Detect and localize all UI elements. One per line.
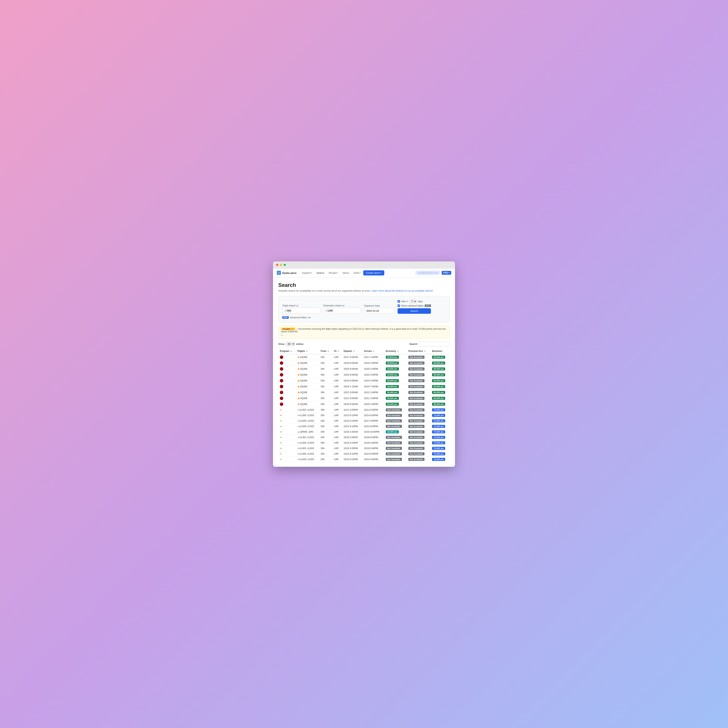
table-row[interactable]: ✂ ✈UL303, UL503 SIN LHR 10/18 3:55PM 10/… xyxy=(278,445,450,451)
cell-economy[interactable]: Not Available xyxy=(384,434,407,440)
cell-premium[interactable]: Not Available xyxy=(407,366,431,372)
cell-premium[interactable]: Not Available xyxy=(407,434,431,440)
date-input[interactable] xyxy=(364,308,395,314)
table-row[interactable]: 🔥SQ308 SIN LHR 10/23 9:00AM 10/23 3:40PM… xyxy=(278,372,450,378)
show-flights-checkbox[interactable] xyxy=(398,304,400,307)
table-row[interactable]: 🔥SQ308 SIN LHR 10/21 9:00AM 10/21 3:40PM… xyxy=(278,389,450,395)
cell-premium[interactable]: Not Available xyxy=(407,457,431,462)
cell-economy[interactable]: 50,000 pts xyxy=(384,360,407,366)
cell-premium[interactable]: Not Available xyxy=(407,354,431,360)
example-search-link[interactable]: run an example search! xyxy=(407,289,433,292)
cell-premium[interactable]: Not Available xyxy=(407,360,431,366)
nav-search[interactable]: Search xyxy=(315,271,326,275)
cell-economy[interactable]: 50,000 pts xyxy=(384,354,407,360)
cell-economy[interactable]: 50,000 pts xyxy=(384,378,407,384)
add-days-checkbox[interactable] xyxy=(398,300,400,303)
table-row[interactable]: 🔥SQ308 SIN LHR 10/20 9:00AM 10/20 3:40PM… xyxy=(278,401,450,407)
col-economy[interactable]: Economy ⇅ xyxy=(384,348,407,354)
cell-economy[interactable]: 35,000 pts xyxy=(384,429,407,434)
maximize-button[interactable] xyxy=(284,264,286,266)
table-row[interactable]: 🔥SQ308 SIN LHR 10/11 9:00AM 10/11 3:40PM… xyxy=(278,395,450,401)
search-button[interactable]: Search xyxy=(398,308,431,314)
days-select[interactable]: 7 xyxy=(410,300,417,303)
minimize-button[interactable] xyxy=(280,264,282,266)
table-row[interactable]: 🔥SQ308 SIN LHR 10/25 9:00AM 10/25 3:40PM… xyxy=(278,366,450,372)
cell-business[interactable]: 80,000 pts xyxy=(431,354,450,360)
destination-tag-remove[interactable]: × xyxy=(326,310,327,312)
table-row[interactable]: ✂ ✈UL309, UL503 SIN LHR 10/16 8:10PM 10/… xyxy=(278,418,450,424)
cell-premium[interactable]: Not Available xyxy=(407,445,431,451)
cell-business[interactable]: 80,000 pts xyxy=(431,378,450,384)
advanced-filters-link[interactable]: Advanced filters ≫ xyxy=(290,316,311,319)
cell-economy[interactable]: 50,000 pts xyxy=(384,401,407,407)
table-search-input[interactable] xyxy=(419,342,450,346)
origin-input[interactable]: × SIN xyxy=(282,308,320,314)
nav-about[interactable]: About xyxy=(341,271,351,275)
cell-premium[interactable]: Not Available xyxy=(407,440,431,445)
cell-economy[interactable]: 50,000 pts xyxy=(384,372,407,378)
cell-premium[interactable]: Not Available xyxy=(407,418,431,424)
cell-business[interactable]: 80,000 pts xyxy=(431,360,450,366)
cell-premium[interactable]: Not Available xyxy=(407,429,431,434)
cell-business[interactable]: 75,000 pts xyxy=(431,445,450,451)
cell-economy[interactable]: Not Available xyxy=(384,418,407,424)
col-business[interactable]: Business ↑ xyxy=(431,348,450,354)
col-arrives[interactable]: Arrives ⇅ xyxy=(362,348,384,354)
cell-premium[interactable]: Not Available xyxy=(407,413,431,418)
cell-economy[interactable]: 50,000 pts xyxy=(384,384,407,389)
cell-premium[interactable]: Not Available xyxy=(407,451,431,457)
table-row[interactable]: ✂ ✈UL309, UL503 SIN LHR 10/13 8:10PM 10/… xyxy=(278,413,450,418)
cell-business[interactable]: 80,000 pts xyxy=(431,389,450,395)
cell-premium[interactable]: Not Available xyxy=(407,401,431,407)
table-row[interactable]: 🔥SQ306 SIN LHR 10/24 1:10AM 10/24 7:45AM… xyxy=(278,384,450,389)
table-row[interactable]: 🔥SQ308 SIN LHR 10/24 9:00AM 10/24 3:40PM… xyxy=(278,378,450,384)
table-row[interactable]: ✂ 📡QR945, QR5 SIN LHR 10/19 2:40AM 10/19… xyxy=(278,429,450,434)
cell-economy[interactable]: Not Available xyxy=(384,451,407,457)
nav-explore[interactable]: Explore ▾ xyxy=(300,271,314,275)
table-row[interactable]: ✂ ✈UL309, UL503 SIN LHR 10/22 8:10PM 10/… xyxy=(278,451,450,457)
cell-premium[interactable]: Not Available xyxy=(407,372,431,378)
nav-tools[interactable]: Tools ▾ xyxy=(352,271,362,275)
cell-economy[interactable]: Not Available xyxy=(384,457,407,462)
learn-more-link[interactable]: Learn more about this feature xyxy=(372,289,404,292)
cell-premium[interactable]: Not Available xyxy=(407,389,431,395)
cell-business[interactable]: 75,000 pts xyxy=(431,429,450,434)
cell-economy[interactable]: Not Available xyxy=(384,407,407,413)
cell-business[interactable]: 75,000 pts xyxy=(431,407,450,413)
cell-premium[interactable]: Not Available xyxy=(407,407,431,413)
cell-economy[interactable]: 50,000 pts xyxy=(384,395,407,401)
cell-business[interactable]: 80,000 pts xyxy=(431,395,450,401)
col-from[interactable]: From ⇅ xyxy=(319,348,332,354)
destination-input[interactable]: × LHR xyxy=(323,308,361,314)
col-flights[interactable]: Flights ⇅ xyxy=(296,348,319,354)
cell-economy[interactable]: Not Available xyxy=(384,413,407,418)
nav-routes[interactable]: Routes ▾ xyxy=(327,271,340,275)
cell-business[interactable]: 80,000 pts xyxy=(431,384,450,389)
table-row[interactable]: ✂ ✈UL309, UL503 SIN LHR 10/15 8:10PM 10/… xyxy=(278,440,450,445)
cell-business[interactable]: 75,000 pts xyxy=(431,440,450,445)
cell-business[interactable]: 80,000 pts xyxy=(431,401,450,407)
entries-select[interactable]: 25 xyxy=(286,342,295,346)
cell-premium[interactable]: Not Available xyxy=(407,378,431,384)
origin-tag-remove[interactable]: × xyxy=(285,310,286,312)
col-premium[interactable]: Premium Eco ⇅ xyxy=(407,348,431,354)
cell-business[interactable]: 75,000 pts xyxy=(431,457,450,462)
table-row[interactable]: 🔥SQ308 SIN LHR 10/17 9:00AM 10/17 3:40PM… xyxy=(278,354,450,360)
cell-economy[interactable]: Not Available xyxy=(384,440,407,445)
cell-business[interactable]: 75,000 pts xyxy=(431,451,450,457)
table-row[interactable]: ✂ ✈UL303, UL503 SIN LHR 10/11 3:55PM 10/… xyxy=(278,407,450,413)
cell-premium[interactable]: Not Available xyxy=(407,384,431,389)
cell-business[interactable]: 75,000 pts xyxy=(431,418,450,424)
cell-economy[interactable]: 50,000 pts xyxy=(384,389,407,395)
table-row[interactable]: 🔥SQ308 SIN LHR 10/18 9:00AM 10/18 3:40PM… xyxy=(278,360,450,366)
cell-business[interactable]: 75,000 pts xyxy=(431,434,450,440)
cell-economy[interactable]: 50,000 pts xyxy=(384,366,407,372)
col-to[interactable]: To ⇅ xyxy=(332,348,342,354)
pro-badge[interactable]: PRO ▾ xyxy=(442,271,451,275)
col-program[interactable]: Program ⇅ xyxy=(278,348,296,354)
col-departs[interactable]: Departs ⇅ xyxy=(342,348,362,354)
cell-economy[interactable]: Not Available xyxy=(384,445,407,451)
cell-business[interactable]: 75,000 pts xyxy=(431,424,450,429)
create-alerts-button[interactable]: Create alerts ▾ xyxy=(363,270,384,275)
table-row[interactable]: ✂ ✈UL309, UL503 SIN LHR 10/12 8:10PM 10/… xyxy=(278,424,450,429)
